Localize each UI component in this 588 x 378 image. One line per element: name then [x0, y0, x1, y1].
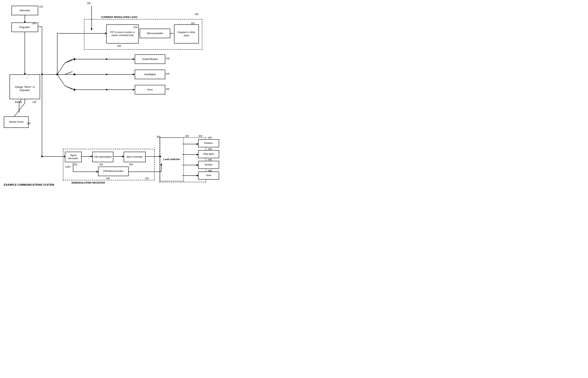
heater-blower-box: Heater/Blower [135, 54, 165, 64]
ref-310: 310 [145, 177, 149, 180]
or-label: <OR> [65, 166, 71, 168]
example-communications-label: EXAMPLE COMMUNICATIONS SYSTEM [4, 183, 54, 186]
fet-ref: 206 [117, 45, 121, 47]
horn-ref: 150 [166, 88, 169, 90]
ref-402: 402 [198, 135, 202, 137]
dsp-microcontroller-box: DSP/Microcontroller [98, 167, 129, 176]
microcontroller-top-ref: 204 [134, 26, 137, 29]
svg-point-7 [41, 74, 43, 75]
keypad-box: Keypad or other input [174, 25, 199, 43]
svg-point-8 [41, 156, 43, 157]
headlights-ref: 140 [166, 72, 169, 75]
fsk-demodulator-box: FSK demodulator [92, 152, 113, 162]
diagram: Alternator 102 Regulator 104 − + Voltage… [0, 0, 294, 189]
heater-blower-ref: 130 [166, 57, 169, 60]
headlights-box: Headlights [135, 70, 165, 79]
micro-controller-box: Micro Controller [124, 152, 146, 162]
vehicle-frame-ref: 106 [27, 122, 30, 125]
svg-point-9 [56, 73, 58, 75]
svg-line-11 [57, 63, 65, 74]
svg-marker-24 [133, 74, 135, 75]
svg-marker-15 [106, 58, 108, 60]
svg-line-25 [57, 74, 65, 86]
svg-point-27 [73, 89, 75, 91]
regulator-ref: 104 [32, 22, 36, 25]
siren-box: Siren [198, 172, 219, 180]
ref-400: 400 [185, 135, 189, 137]
strobes-ref: 406 [208, 158, 212, 161]
svg-marker-29 [106, 89, 108, 90]
microcontroller-top-box: Microcontroller [140, 29, 170, 38]
alternator-box: Alternator [12, 6, 38, 15]
siren-ref: 408 [208, 169, 212, 172]
svg-line-33 [65, 72, 72, 74]
svg-point-20 [73, 73, 75, 75]
svg-marker-31 [133, 89, 135, 90]
svg-point-13 [73, 58, 75, 60]
rotators-ref: 400 [208, 136, 212, 139]
ref-200: 200 [195, 13, 198, 16]
strobes-box: Strobes [198, 161, 219, 169]
signal-decoupler-ref: 302 [73, 163, 77, 166]
alley-lights-ref: 404 [208, 148, 212, 150]
micro-controller-ref: 306 [129, 163, 133, 166]
current-modulated-load-label: CURRENT MODULATED LOAD [101, 16, 137, 18]
svg-line-26 [65, 86, 74, 90]
svg-line-12 [65, 59, 74, 63]
vehicle-frame-box: Vehicle Frame [4, 116, 29, 128]
svg-line-32 [65, 59, 72, 63]
alley-lights-box: Alley lights [198, 150, 219, 158]
battery-sublabel: Battery [15, 101, 22, 103]
ref-180: 180 [87, 2, 91, 5]
battery-ref: 100 [32, 101, 36, 103]
demodulating-receiver-label: DEMODULATING RECEIVER [72, 181, 105, 184]
svg-marker-22 [106, 74, 108, 75]
dsp-ref: 308 [106, 177, 110, 180]
signal-decoupler-box: Signal decoupler [65, 152, 82, 162]
svg-marker-17 [133, 58, 135, 60]
svg-line-46 [14, 103, 25, 116]
svg-line-34 [65, 86, 72, 89]
fsk-demodulator-ref: 304 [99, 163, 103, 166]
battery-box: − + Voltage "Mirror" or Repeater [10, 74, 40, 99]
horn-box: Horn [135, 85, 165, 94]
alternator-ref: 102 [39, 5, 43, 8]
keypad-ref: 202 [191, 22, 195, 25]
rotators-box: Rotators [198, 139, 219, 147]
